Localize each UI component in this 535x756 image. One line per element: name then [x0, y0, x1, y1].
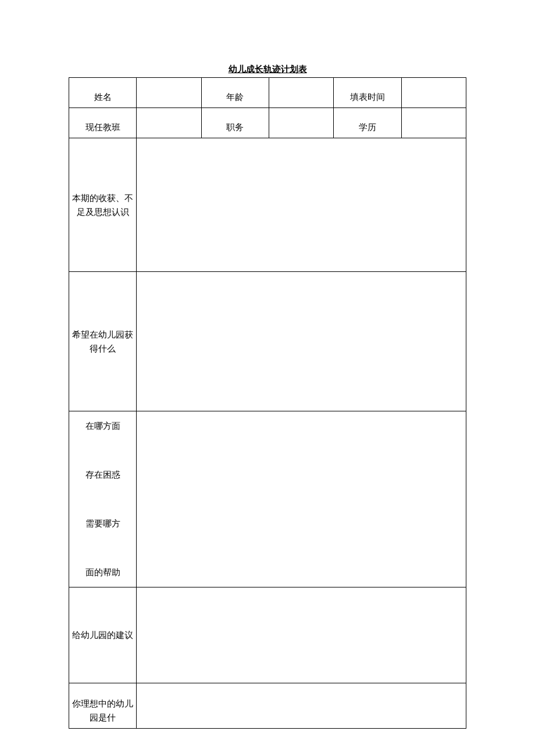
label-position: 职务	[201, 108, 269, 138]
value-age[interactable]	[269, 78, 333, 108]
label-gains: 本期的收获、不足及思想认识	[69, 138, 137, 272]
row-gains: 本期的收获、不足及思想认识	[69, 138, 466, 272]
value-position[interactable]	[269, 108, 333, 138]
value-ideal[interactable]	[137, 683, 466, 729]
value-gains[interactable]	[137, 138, 466, 272]
label-filltime: 填表时间	[334, 78, 401, 108]
row-ideal: 你理想中的幼儿园是什	[69, 683, 466, 729]
label-age: 年龄	[201, 78, 269, 108]
value-class[interactable]	[137, 108, 201, 138]
label-hope: 希望在幼儿园获得什么	[69, 272, 137, 411]
value-help[interactable]	[137, 411, 466, 587]
value-name[interactable]	[137, 78, 201, 108]
value-filltime[interactable]	[401, 78, 466, 108]
row-hope: 希望在幼儿园获得什么	[69, 272, 466, 411]
value-hope[interactable]	[137, 272, 466, 411]
document-title: 幼儿成长轨迹计划表	[69, 64, 466, 75]
growth-plan-table: 姓名 年龄 填表时间 现任教班 职务 学历 本期的收获、不足及思想认识 希望在幼…	[69, 77, 466, 729]
header-row-2: 现任教班 职务 学历	[69, 108, 466, 138]
label-class: 现任教班	[69, 108, 137, 138]
row-suggest: 给幼儿园的建议	[69, 587, 466, 683]
value-education[interactable]	[401, 108, 466, 138]
label-ideal: 你理想中的幼儿园是什	[69, 683, 137, 729]
label-help: 在哪方面 存在困惑 需要哪方 面的帮助	[69, 411, 137, 587]
value-suggest[interactable]	[137, 587, 466, 683]
label-suggest: 给幼儿园的建议	[69, 587, 137, 683]
label-name: 姓名	[69, 78, 137, 108]
header-row-1: 姓名 年龄 填表时间	[69, 78, 466, 108]
label-education: 学历	[334, 108, 401, 138]
row-help: 在哪方面 存在困惑 需要哪方 面的帮助	[69, 411, 466, 587]
